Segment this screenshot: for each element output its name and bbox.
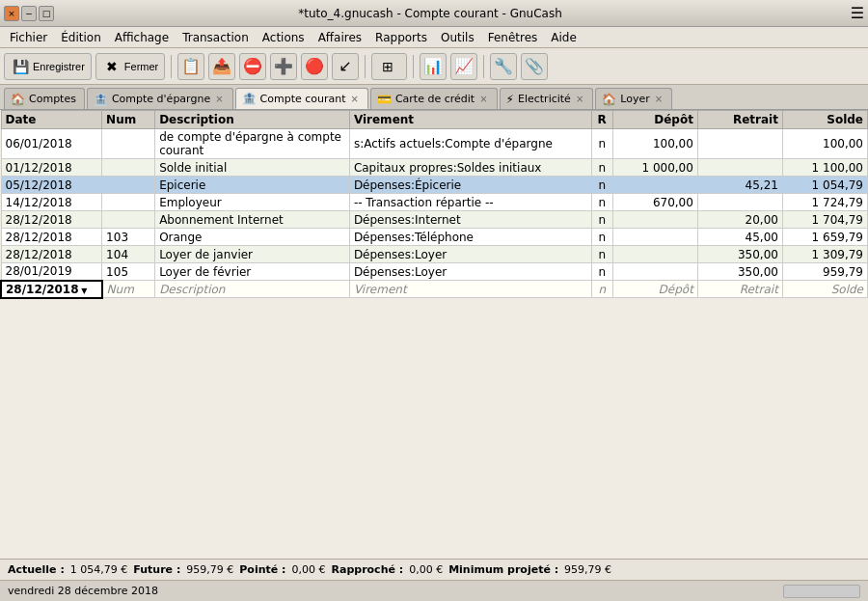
fermer-button[interactable]: ✖ Fermer [95,53,165,80]
cell-date: 14/12/2018 [1,194,102,211]
window-menu-icon[interactable]: ☰ [851,4,864,22]
cell-retrait: 45,21 [697,177,782,194]
cell-num [102,194,155,211]
menu-fenetres[interactable]: Fenêtres [482,29,544,46]
tab-epargne[interactable]: 🏦 Compte d'épargne × [87,88,233,109]
cell-r: n [591,159,612,177]
header-r: R [591,111,612,129]
cell-r: n [591,246,612,263]
cell-num: 105 [102,263,155,281]
tab-electricite-close[interactable]: × [575,94,584,104]
paste-button[interactable]: 📤 [208,53,235,80]
cell-solde: 1 054,79 [782,177,867,194]
cell-retrait [697,129,782,159]
menu-aide[interactable]: Aide [545,29,583,46]
window-close-button[interactable]: × [4,6,19,21]
transaction-table[interactable]: Date Num Description Virement R Dépôt Re… [0,110,868,559]
tab-comptes[interactable]: 🏠 Comptes [4,88,85,109]
table-row[interactable]: 06/01/2018de compte d'épargne à compte c… [1,129,868,159]
chart-button[interactable]: 📊 [420,53,447,80]
menu-affichage[interactable]: Affichage [109,29,175,46]
down-button[interactable]: ↙ [332,53,359,80]
tab-electricite[interactable]: ⚡ Electricité × [500,88,594,109]
enregistrer-button[interactable]: 💾 Enregistrer [4,53,92,80]
separator-4 [483,55,484,78]
tab-credit-close[interactable]: × [478,94,488,104]
table-row[interactable]: 28/12/2018104Loyer de janvierDépenses:Lo… [1,246,868,263]
footer-date: vendredi 28 décembre 2018 [8,585,158,597]
duplicate-button[interactable]: 📋 [177,53,204,80]
electricite-icon: ⚡ [506,93,514,106]
cell-virement: Dépenses:Épicerie [349,177,591,194]
tab-loyer[interactable]: 🏠 Loyer × [595,88,672,109]
transactions: Date Num Description Virement R Dépôt Re… [0,110,868,299]
cell-date[interactable]: 28/12/2018 ▼ [1,281,102,298]
window-minimize-button[interactable]: − [21,6,37,21]
cell-retrait: 45,00 [697,229,782,246]
separator-1 [171,55,172,78]
credit-icon: 💳 [377,93,392,106]
cell-r: n [591,194,612,211]
cell-virement: s:Actifs actuels:Compte d'épargne [349,129,591,159]
actuelle-value: 1 054,79 € [70,563,127,576]
cell-solde: Solde [782,281,867,298]
cell-solde: 1 704,79 [782,211,867,229]
tab-credit[interactable]: 💳 Carte de crédit × [370,88,498,109]
main-content: Date Num Description Virement R Dépôt Re… [0,110,868,559]
table-row[interactable]: 28/12/2018103OrangeDépenses:Téléphonen45… [1,229,868,246]
report-button[interactable]: 📈 [450,53,477,80]
courant-icon: 🏦 [242,92,257,105]
menu-actions[interactable]: Actions [257,29,311,46]
delete-button[interactable]: ⛔ [239,53,266,80]
wrench-button[interactable]: 🔧 [490,53,517,80]
window-maximize-button[interactable]: □ [39,6,54,21]
table-row[interactable]: 05/12/2018EpicerieDépenses:Épicerien45,2… [1,177,868,194]
add-button[interactable]: ➕ [270,53,297,80]
cell-r: n [591,281,612,298]
menu-rapports[interactable]: Rapports [369,29,433,46]
header-solde: Solde [782,111,867,129]
cell-date: 05/12/2018 [1,177,102,194]
cell-virement: Capitaux propres:Soldes initiaux [349,159,591,177]
cell-retrait: Retrait [697,281,782,298]
cell-description: Solde initial [155,159,350,177]
tab-courant-close[interactable]: × [350,94,360,104]
cell-solde: 1 100,00 [782,159,867,177]
scrollbar-horizontal[interactable] [783,585,860,598]
menu-outils[interactable]: Outils [435,29,480,46]
rapproche-value: 0,00 € [409,563,443,576]
repartition-button[interactable]: ⊞ [371,53,407,80]
separator-3 [413,55,414,78]
cell-date: 06/01/2018 [1,129,102,159]
cell-depot: 1 000,00 [612,159,697,177]
tab-courant[interactable]: 🏦 Compte courant × [235,88,368,109]
menu-transaction[interactable]: Transaction [176,29,255,46]
cell-description: Loyer de janvier [155,246,350,263]
table-row[interactable]: 28/12/2018Abonnement InternetDépenses:In… [1,211,868,229]
menu-fichier[interactable]: Fichier [4,29,53,46]
cell-r: n [591,129,612,159]
title-bar: × − □ *tuto_4.gnucash - Compte courant -… [0,0,868,27]
cell-solde: 1 724,79 [782,194,867,211]
header-depot: Dépôt [612,111,697,129]
cell-num [102,129,155,159]
menu-edition[interactable]: Édition [55,29,107,46]
cell-date: 01/12/2018 [1,159,102,177]
cell-retrait: 20,00 [697,211,782,229]
loyer-icon: 🏠 [602,93,616,106]
rapproche-label: Rapproché : [331,563,403,576]
menu-affaires[interactable]: Affaires [312,29,367,46]
table-row[interactable]: 14/12/2018Employeur-- Transaction répart… [1,194,868,211]
table-row[interactable]: 28/12/2018 ▼NumDescriptionVirementnDépôt… [1,281,868,298]
record-button[interactable]: 🔴 [301,53,328,80]
table-row[interactable]: 28/01/2019105Loyer de févrierDépenses:Lo… [1,263,868,281]
cell-solde: 1 659,79 [782,229,867,246]
tab-epargne-close[interactable]: × [214,94,224,104]
tab-loyer-close[interactable]: × [654,94,664,104]
comptes-icon: 🏠 [11,93,25,106]
table-row[interactable]: 01/12/2018Solde initialCapitaux propres:… [1,159,868,177]
minimum-label: Minimum projeté : [448,563,558,576]
cell-description: Loyer de février [155,263,350,281]
attach-button[interactable]: 📎 [521,53,548,80]
cell-solde: 100,00 [782,129,867,159]
